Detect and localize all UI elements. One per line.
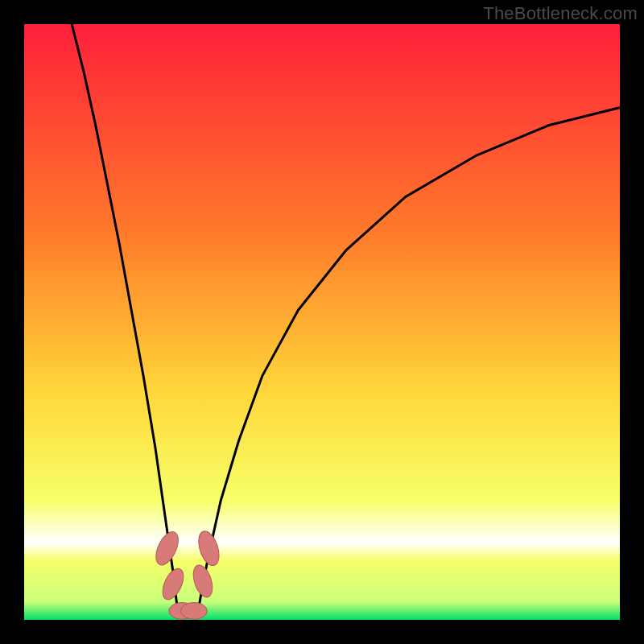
attribution-text: TheBottleneck.com: [483, 3, 638, 24]
chart-frame: TheBottleneck.com: [0, 0, 644, 644]
plot-area: [24, 24, 620, 620]
chart-svg: [24, 24, 620, 620]
valley-marker-3: [181, 603, 208, 620]
gradient-background: [24, 24, 620, 620]
